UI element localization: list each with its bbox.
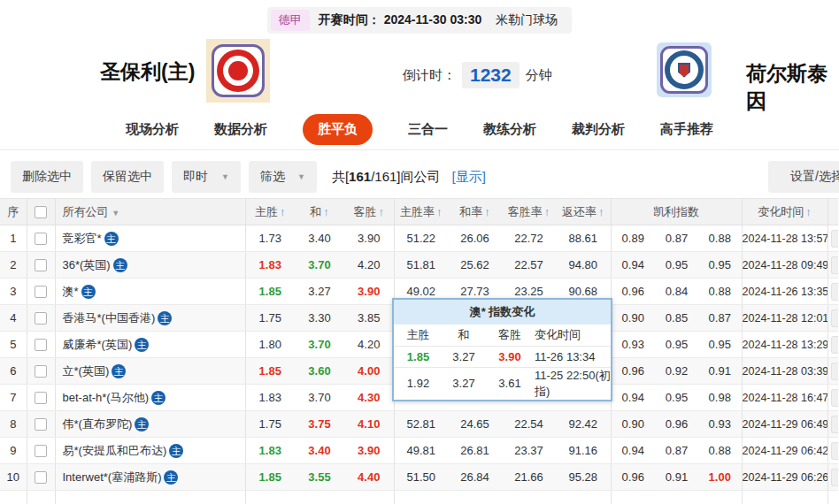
home-team-name: 圣保利(主) [100,58,195,86]
trend-button-fragment[interactable] [831,363,839,380]
away-odds-cell[interactable]: 4.10 [344,411,394,438]
trend-button-fragment[interactable] [831,442,839,460]
delete-selected-button[interactable]: 删除选中 [11,161,83,193]
trend-cell [827,464,838,491]
away-odds-cell[interactable]: 4.00 [344,358,394,385]
home-odds-cell[interactable]: 1.83 [245,385,295,411]
home-odds-cell[interactable]: 1.85 [245,279,295,305]
tab-2[interactable]: 胜平负 [303,114,373,145]
away-odds-cell[interactable]: 4.30 [344,385,394,411]
draw-odds-cell[interactable]: 3.40 [295,225,344,252]
home-odds-cell[interactable]: 1.85 [245,464,295,491]
away-odds-cell[interactable]: 3.85 [344,305,394,332]
draw-odds-cell[interactable]: 3.30 [295,305,344,332]
row-checkbox[interactable] [35,312,47,325]
company-cell[interactable]: Interwet*(塞浦路斯)主 [55,464,245,491]
settings-select-button[interactable]: 设置/选择 [768,161,839,193]
away-odds-cell[interactable]: 4.20 [344,332,394,358]
row-checkbox[interactable] [35,286,47,298]
row-number [0,491,27,504]
trend-button-fragment[interactable] [831,416,839,433]
company-cell[interactable]: 易*(安提瓜和巴布达)主 [55,438,245,464]
company-name: bet-at-h*(马尔他) [63,391,150,404]
away-odds-cell[interactable]: 3.90 [344,225,394,252]
trend-cell [827,491,838,504]
draw-odds-cell[interactable] [295,491,344,504]
company-cell[interactable]: 伟*(直布罗陀)主 [55,411,245,438]
row-checkbox[interactable] [35,418,47,431]
trend-button-fragment[interactable] [831,389,839,407]
away-odds-cell[interactable]: 4.40 [344,464,394,491]
header-change-time[interactable]: 变化时间↑ [742,199,827,225]
company-cell[interactable] [55,491,245,504]
header-away-rate[interactable]: 客胜率↑ [502,199,556,225]
tab-6[interactable]: 高手推荐 [660,121,713,138]
draw-odds-cell[interactable]: 3.70 [295,252,344,279]
tab-4[interactable]: 教练分析 [483,121,536,138]
trend-cell [827,358,838,385]
home-odds-cell[interactable] [245,491,295,504]
row-checkbox[interactable] [35,365,47,378]
draw-odds-cell[interactable]: 3.60 [295,358,344,385]
header-draw-rate[interactable]: 和率↑ [448,199,502,225]
home-odds-cell[interactable]: 1.85 [245,358,295,385]
company-cell[interactable]: 36*(英国)主 [55,252,245,279]
tab-1[interactable]: 数据分析 [214,121,267,138]
draw-odds-cell[interactable]: 3.70 [295,332,344,358]
draw-odds-cell[interactable]: 3.75 [295,411,344,438]
home-odds-cell[interactable]: 1.75 [245,305,295,332]
row-checkbox[interactable] [35,339,47,351]
trend-button-fragment[interactable] [831,469,839,486]
draw-odds-cell[interactable]: 3.40 [295,438,344,464]
company-cell[interactable]: 立*(英国)主 [55,358,245,385]
row-checkbox[interactable] [35,233,47,245]
company-cell[interactable]: 澳*主 [55,279,245,305]
company-cell[interactable]: 竞彩官*主 [55,225,245,252]
away-odds-cell[interactable] [344,491,394,504]
row-number: 5 [0,332,27,358]
header-home-rate[interactable]: 主胜率↑ [394,199,448,225]
home-odds-cell[interactable]: 1.83 [245,252,295,279]
time-filter-select[interactable]: 即时 ▼ [172,161,241,193]
show-link[interactable]: [显示] [452,169,486,186]
company-cell[interactable]: 威廉希*(英国)主 [55,332,245,358]
company-cell[interactable]: 香港马*(中国香港)主 [55,305,245,332]
draw-odds-cell[interactable]: 3.70 [295,385,344,411]
row-checkbox[interactable] [35,259,47,271]
tab-3[interactable]: 三合一 [408,121,448,138]
return-rate-cell: 88.61 [556,225,611,252]
company-cell[interactable]: bet-at-h*(马尔他)主 [55,385,245,411]
row-checkbox[interactable] [35,471,47,484]
trend-cell [827,438,838,464]
header-draw-odds[interactable]: 和↑ [295,199,344,225]
tab-5[interactable]: 裁判分析 [572,121,625,138]
header-away-odds[interactable]: 客胜↑ [344,199,394,225]
row-checkbox[interactable] [35,392,47,404]
draw-odds-cell[interactable]: 3.55 [295,464,344,491]
tab-0[interactable]: 现场分析 [126,121,179,138]
home-odds-cell[interactable]: 1.75 [245,411,295,438]
trend-button-fragment[interactable] [831,309,839,327]
keep-selected-button[interactable]: 保留选中 [91,161,164,193]
away-odds-cell[interactable]: 3.90 [344,279,394,305]
trend-button-fragment[interactable] [831,283,839,301]
trend-button-fragment[interactable] [831,256,839,274]
home-odds-cell[interactable]: 1.73 [245,225,295,252]
change-time-cell: 2024-11-28 13:29 [742,332,827,358]
away-odds-cell[interactable]: 4.20 [344,252,394,279]
header-home-odds[interactable]: 主胜↑ [245,199,295,225]
trend-button-fragment[interactable] [831,230,839,248]
draw-odds-cell[interactable]: 3.27 [295,279,344,305]
home-odds-cell[interactable]: 1.80 [245,332,295,358]
home-odds-cell[interactable]: 1.83 [245,438,295,464]
filter-select[interactable]: 筛选 ▼ [249,161,317,193]
header-company[interactable]: 所有公司 ▼ [55,199,245,225]
home-rate-cell: 52.81 [394,411,448,438]
trend-button-fragment[interactable] [831,336,839,354]
sort-asc-icon: ↑ [484,205,490,218]
away-odds-cell[interactable]: 3.90 [344,438,394,464]
select-all-checkbox[interactable] [35,206,47,218]
row-checkbox[interactable] [35,445,47,457]
row-number: 6 [0,358,27,385]
header-return-rate[interactable]: 返还率↑ [556,199,611,225]
